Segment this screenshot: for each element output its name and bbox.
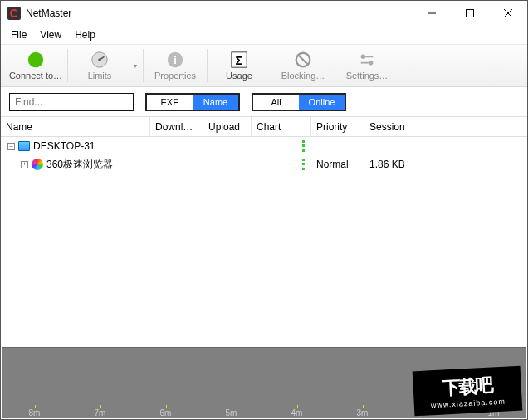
all-online-toggle: All Online (252, 93, 346, 111)
tick: 8m (2, 408, 67, 418)
watermark-text: 下载吧 (442, 373, 492, 400)
col-priority[interactable]: Priority (311, 117, 364, 136)
toggle-exe[interactable]: EXE (147, 95, 193, 110)
watermark-url: www.xiazaiba.com (431, 398, 506, 410)
toolbar-separator (67, 49, 68, 82)
settings-label: Settings… (346, 71, 389, 81)
blocking-button[interactable]: Blocking… (273, 46, 333, 85)
cell-session: 1.86 KB (364, 159, 447, 170)
limits-button[interactable]: Limits (70, 46, 130, 85)
toggle-all[interactable]: All (253, 95, 299, 110)
filter-bar: EXE Name All Online (1, 87, 527, 117)
mini-chart (257, 159, 305, 170)
connect-button[interactable]: Connect to… (6, 46, 66, 85)
svg-point-9 (361, 55, 366, 60)
svg-text:Σ: Σ (236, 54, 243, 67)
usage-button[interactable]: Σ Usage (209, 46, 269, 85)
block-icon (294, 51, 312, 69)
col-upload[interactable]: Upload (203, 117, 252, 136)
process-table: Name Downl… Upload Chart Priority Sessio… (1, 117, 527, 348)
tick: 6m (133, 408, 198, 418)
row-name: 360极速浏览器 (46, 158, 113, 172)
table-row[interactable]: – DESKTOP-31 (1, 137, 527, 155)
table-row[interactable]: + 360极速浏览器 Normal 1.86 KB (1, 155, 527, 173)
gauge-icon (90, 51, 109, 69)
find-input[interactable] (9, 93, 134, 111)
usage-label: Usage (226, 71, 252, 81)
tick: 5m (198, 408, 264, 418)
svg-point-1 (28, 52, 43, 67)
toolbar: Connect to… Limits ▾ i Properties Σ Usag… (1, 44, 527, 87)
window-title: NetMaster (26, 7, 413, 19)
limits-label: Limits (88, 71, 112, 81)
col-chart[interactable]: Chart (252, 117, 311, 136)
menubar: File View Help (1, 26, 527, 44)
menu-view[interactable]: View (33, 27, 68, 42)
settings-button[interactable]: Settings… (337, 46, 397, 85)
browser-icon (32, 159, 43, 170)
svg-point-3 (98, 58, 101, 61)
sigma-icon: Σ (230, 51, 248, 69)
titlebar: NetMaster (1, 1, 527, 26)
connect-icon (27, 51, 45, 69)
tick: 4m (264, 408, 330, 418)
expand-icon[interactable]: + (21, 161, 28, 168)
limits-dropdown[interactable]: ▾ (130, 62, 141, 70)
col-download[interactable]: Downl… (150, 117, 203, 136)
properties-label: Properties (154, 71, 196, 81)
menu-help[interactable]: Help (68, 27, 102, 42)
toolbar-separator (207, 49, 208, 82)
timeline-chart: 8m 7m 6m 5m 4m 3m 2m 1m 下载吧 www.xiazaiba… (2, 347, 526, 418)
col-name[interactable]: Name (1, 117, 150, 136)
app-icon (7, 7, 21, 20)
computer-icon (18, 141, 30, 151)
tick: 3m (330, 408, 395, 418)
maximize-button[interactable] (451, 1, 489, 26)
toolbar-separator (271, 49, 271, 82)
sliders-icon (358, 51, 376, 69)
toggle-name[interactable]: Name (193, 95, 238, 110)
svg-rect-0 (467, 10, 474, 17)
exe-name-toggle: EXE Name (145, 93, 240, 111)
info-icon: i (166, 51, 184, 69)
watermark: 下载吧 www.xiazaiba.com (413, 366, 523, 417)
row-name: DESKTOP-31 (33, 140, 95, 152)
close-button[interactable] (489, 1, 527, 26)
svg-text:i: i (174, 54, 177, 66)
window-controls (413, 1, 527, 26)
connect-label: Connect to… (9, 71, 62, 81)
svg-point-10 (369, 61, 374, 66)
table-header: Name Downl… Upload Chart Priority Sessio… (1, 117, 527, 137)
tick: 7m (67, 408, 133, 418)
col-session[interactable]: Session (364, 117, 447, 136)
toolbar-separator (335, 49, 335, 82)
collapse-icon[interactable]: – (7, 143, 15, 150)
mini-chart (257, 140, 305, 152)
properties-button[interactable]: i Properties (145, 46, 205, 85)
minimize-button[interactable] (413, 1, 451, 26)
blocking-label: Blocking… (281, 71, 325, 81)
cell-priority: Normal (311, 159, 364, 170)
table-body: – DESKTOP-31 + 360极速浏览器 Normal 1.86 KB (1, 137, 527, 173)
toolbar-separator (143, 49, 144, 82)
menu-file[interactable]: File (4, 27, 33, 42)
toggle-online[interactable]: Online (299, 95, 345, 110)
